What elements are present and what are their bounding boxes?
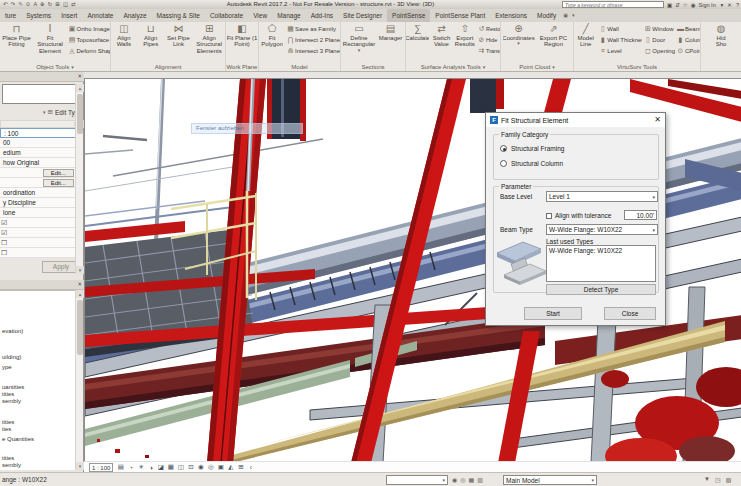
- panel-label[interactable]: Surface Analysis Tools▾: [406, 62, 500, 71]
- switch-value-button[interactable]: ⇄Switch Value: [430, 23, 452, 62]
- beam-button[interactable]: ▬Beam: [676, 23, 700, 34]
- scrollbar-thumb[interactable]: [77, 300, 83, 355]
- scroll-down-icon[interactable]: ▾: [76, 266, 84, 274]
- scroll-up-icon[interactable]: ▴: [76, 84, 84, 92]
- editable-only-icon[interactable]: ◉: [452, 476, 457, 483]
- highlight-displacement-icon[interactable]: ⊞: [236, 463, 245, 472]
- tab-extensions[interactable]: Extensions: [490, 9, 532, 22]
- tab-pointsense[interactable]: PointSense: [387, 9, 430, 22]
- structural-framing-radio[interactable]: [500, 145, 507, 152]
- tab-systems[interactable]: Systems: [21, 9, 56, 22]
- toposurface-button[interactable]: ▤Toposurface: [68, 34, 110, 45]
- help-search-input[interactable]: [562, 1, 664, 8]
- hide-show-button[interactable]: ◍ Hid Sho: [706, 23, 736, 62]
- radio-label[interactable]: Structural Column: [511, 160, 563, 167]
- intersect-2-planes-button[interactable]: ⋂Intersect 2 Planes: [286, 34, 340, 45]
- tab-manage[interactable]: Manage: [272, 9, 306, 22]
- sign-in-label[interactable]: Sign In: [699, 2, 716, 8]
- scroll-down-icon[interactable]: ▾: [76, 462, 84, 470]
- exchange-apps-icon[interactable]: ✕: [727, 2, 732, 8]
- thin-lines-icon[interactable]: ◫: [63, 0, 68, 9]
- detect-type-button[interactable]: Detect Type: [546, 284, 656, 295]
- tree-item[interactable]: e Quantities: [2, 436, 34, 442]
- save-as-family-button[interactable]: ▦Save as Family: [286, 23, 340, 34]
- close-icon[interactable]: ✕: [77, 73, 82, 79]
- calculate-button[interactable]: ∑Calculate: [406, 23, 429, 62]
- switch-windows-icon[interactable]: ⇄: [71, 0, 76, 9]
- visual-style-icon[interactable]: ◔: [126, 463, 135, 472]
- level-button[interactable]: ≡Level: [598, 45, 642, 56]
- coordinates-button[interactable]: ⊕Coordinates▾: [503, 23, 535, 62]
- sync-icon[interactable]: ↻: [48, 0, 53, 9]
- show-crop-region-icon[interactable]: ▦: [166, 463, 175, 472]
- wall-button[interactable]: ▯Wall: [598, 23, 642, 34]
- tree-item[interactable]: uantities: [2, 384, 24, 390]
- property-checkbox-row[interactable]: ☑: [0, 228, 76, 238]
- define-rectangular-button[interactable]: ▭Define Rectangular▾: [342, 23, 376, 62]
- tolerance-input[interactable]: 10.00': [624, 210, 657, 220]
- model-line-button[interactable]: ╱Model Line: [574, 23, 597, 62]
- property-value-detail-level[interactable]: edium: [0, 148, 76, 158]
- tree-item[interactable]: sembly: [2, 398, 21, 404]
- checkbox-checked-icon[interactable]: ☑: [1, 219, 7, 227]
- checkbox-label[interactable]: Align with tolerance: [555, 212, 611, 219]
- exclude-options-icon[interactable]: ▼: [704, 476, 710, 483]
- tab-collaborate[interactable]: Collaborate: [205, 9, 248, 22]
- help-icon[interactable]: ?: [736, 2, 739, 8]
- type-selector[interactable]: ▾: [2, 84, 81, 104]
- close-button[interactable]: Close: [604, 307, 656, 320]
- list-item[interactable]: W-Wide Flange: W10X22: [547, 246, 655, 255]
- window-button[interactable]: ⊞Window: [643, 23, 675, 34]
- chevron-down-icon[interactable]: ▾: [43, 109, 46, 115]
- ortho-image-button[interactable]: ▣Ortho Image: [68, 23, 110, 34]
- close-icon[interactable]: ✕: [77, 281, 82, 287]
- section-icon[interactable]: ⊞: [55, 0, 60, 9]
- sun-path-icon[interactable]: ☀: [136, 463, 145, 472]
- worksets-icon[interactable]: ◎: [460, 476, 465, 483]
- intersect-3-planes-button[interactable]: ⋒Intersect 3 Planes: [286, 45, 340, 56]
- tree-item[interactable]: evation): [2, 328, 23, 334]
- panel-label[interactable]: Point Cloud▾: [501, 62, 573, 71]
- fit-plane-button[interactable]: ◧Fit Plane (1 Point): [227, 23, 258, 62]
- tab-annotate[interactable]: Annotate: [82, 9, 118, 22]
- analytical-model-icon[interactable]: ◭: [226, 463, 235, 472]
- detail-level-icon[interactable]: ▤: [116, 463, 125, 472]
- property-value-analysis-display[interactable]: lone: [0, 208, 76, 218]
- filter-icon[interactable]: ▧: [726, 476, 732, 483]
- tree-item[interactable]: tities: [2, 391, 14, 397]
- cpoint-button[interactable]: ⊙CPoint: [676, 45, 700, 56]
- checkbox-unchecked-icon[interactable]: ☐: [1, 249, 7, 257]
- temporary-hide-isolate-icon[interactable]: ⊡: [186, 463, 195, 472]
- tab-analyze[interactable]: Analyze: [118, 9, 151, 22]
- manager-button[interactable]: ▤Manager: [377, 23, 404, 62]
- align-walls-button[interactable]: ◫Align Walls: [111, 23, 137, 62]
- transfer-button[interactable]: ⇉Transfer: [477, 45, 500, 56]
- properties-scrollbar[interactable]: ▴ ▾: [75, 84, 83, 274]
- text-icon[interactable]: A: [33, 0, 37, 9]
- redo-icon[interactable]: ↷: [11, 0, 16, 9]
- export-results-button[interactable]: ⇧Export Results: [454, 23, 476, 62]
- scroll-up-icon[interactable]: ▴: [76, 290, 84, 298]
- fit-polygon-button[interactable]: ⬠Fit Polygon: [259, 23, 285, 62]
- edit-button[interactable]: Edit...: [43, 179, 74, 187]
- start-button[interactable]: Start: [524, 307, 582, 320]
- property-value-view-scale[interactable]: : 100: [0, 128, 76, 138]
- worksharing-display-icon[interactable]: ◎: [206, 463, 215, 472]
- export-pc-region-button[interactable]: ⇗Export PC Region: [536, 23, 572, 62]
- temporary-view-properties-icon[interactable]: ▣: [216, 463, 225, 472]
- tab-modify[interactable]: Modify: [532, 9, 561, 22]
- browser-scrollbar[interactable]: ▴ ▾: [75, 290, 83, 470]
- beam-type-select[interactable]: W-Wide Flange: W10X22 ▾: [546, 224, 658, 235]
- checkbox-checked-icon[interactable]: ☑: [1, 229, 7, 237]
- tab-insert[interactable]: Insert: [56, 9, 82, 22]
- property-value-show-hidden-lines[interactable]: y Discipline: [0, 198, 76, 208]
- exchange-icon[interactable]: ⇵: [675, 2, 680, 8]
- design-options-icon[interactable]: ▦: [469, 476, 475, 483]
- radio-label[interactable]: Structural Framing: [511, 145, 564, 152]
- wall-thickness-button[interactable]: ▮Wall Thickness: [598, 34, 642, 45]
- dropdown-icon[interactable]: ▾: [721, 2, 724, 8]
- opening-button[interactable]: ◻Opening: [643, 45, 675, 56]
- hide-button[interactable]: ⊘Hide: [477, 34, 500, 45]
- undo-icon[interactable]: ↶: [3, 0, 8, 9]
- fit-structural-element-button[interactable]: Ⅰ Fit Structural Element: [34, 23, 67, 62]
